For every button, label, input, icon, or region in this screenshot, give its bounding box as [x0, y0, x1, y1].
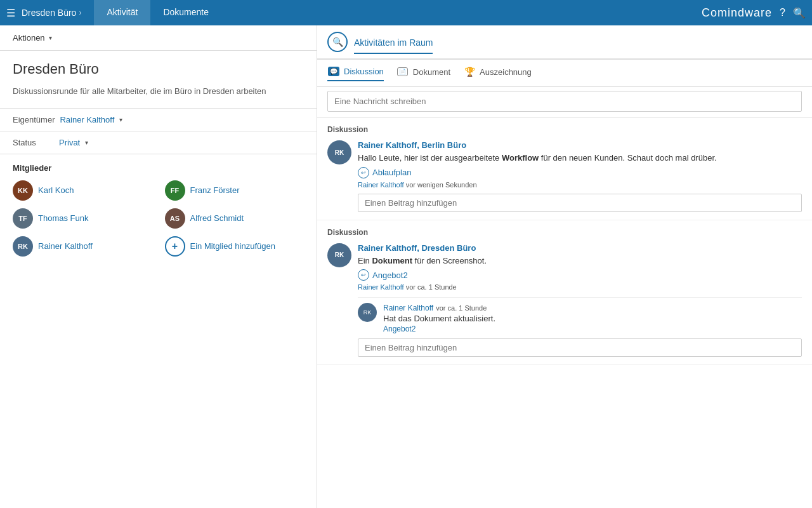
member-avatar: KK	[13, 180, 33, 201]
left-panel: Aktionen ▾ Dresden Büro Diskussionsrunde…	[0, 25, 317, 508]
post-author[interactable]: Rainer Kalthoff, Dresden Büro	[358, 243, 802, 253]
owner-row: Eigentümer Rainer Kalthoff ▾	[0, 109, 317, 131]
member-name: Rainer Kalthoff	[38, 241, 93, 251]
nested-content: Rainer Kalthoffvor ca. 1 StundeHat das D…	[383, 303, 802, 333]
nested-reply: RKRainer Kalthoffvor ca. 1 StundeHat das…	[358, 297, 802, 333]
status-row: Status Privat ▾	[0, 131, 317, 154]
post-text: Ein Dokument für den Screenshot.	[358, 255, 802, 267]
attachment-link[interactable]: Ablaufplan	[372, 168, 411, 177]
hamburger-menu-icon[interactable]: ☰	[6, 7, 15, 19]
tab-document[interactable]: 📄 Dokument	[396, 65, 450, 81]
member-name: Franz Förster	[190, 185, 240, 195]
activity-search-icon: 🔍	[332, 37, 343, 47]
tab-discussion-label: Diskussion	[344, 67, 384, 76]
post-content: Rainer Kalthoff, Berlin BüroHallo Leute,…	[358, 140, 802, 189]
discussion-tab-icon: 💬	[327, 65, 340, 77]
right-panel: 🔍 Aktivitäten im Raum 💬 Diskussion 📄 Dok…	[317, 25, 812, 508]
member-name: Ein Mitglied hinzufügen	[190, 241, 275, 251]
discussion-label: Diskussion	[327, 228, 802, 237]
post-meta: Rainer Kalthoff vor ca. 1 Stunde	[358, 283, 802, 291]
discussion-icon-badge: 💬	[328, 67, 339, 76]
reply-input[interactable]	[358, 338, 802, 357]
discussion-block: DiskussionRKRainer Kalthoff, Berlin Büro…	[317, 117, 812, 220]
member-avatar: +	[165, 236, 185, 257]
member-item[interactable]: TFThomas Funk	[13, 208, 152, 229]
post-text: Hallo Leute, hier ist der ausgearbeitete…	[358, 152, 802, 164]
sub-tabs: 💬 Diskussion 📄 Dokument 🏆 Auszeichnung	[317, 60, 812, 87]
post-item: RKRainer Kalthoff, Berlin BüroHallo Leut…	[327, 140, 802, 189]
post-item: RKRainer Kalthoff, Dresden BüroEin Dokum…	[327, 243, 802, 291]
post-author[interactable]: Rainer Kalthoff, Berlin Büro	[358, 140, 802, 150]
member-avatar: TF	[13, 208, 33, 229]
feed-area: DiskussionRKRainer Kalthoff, Berlin Büro…	[317, 117, 812, 508]
post-meta-author[interactable]: Rainer Kalthoff	[358, 181, 404, 189]
actions-label: Aktionen	[13, 33, 45, 43]
member-name: Alfred Schmidt	[190, 213, 244, 223]
tab-award[interactable]: 🏆 Auszeichnung	[463, 65, 532, 81]
tab-discussion[interactable]: 💬 Diskussion	[327, 65, 384, 81]
search-icon[interactable]: 🔍	[793, 7, 806, 19]
post-attachment: ↩Ablaufplan	[358, 167, 802, 178]
owner-label: Eigentümer	[13, 115, 55, 124]
member-item[interactable]: RKRainer Kalthoff	[13, 236, 152, 257]
nested-author[interactable]: Rainer Kalthoff	[383, 304, 433, 312]
breadcrumb: Dresden Büro ›	[22, 8, 81, 18]
members-title: Mitglieder	[13, 163, 304, 173]
reply-input-wrap	[327, 338, 802, 357]
member-avatar: RK	[13, 236, 33, 257]
attachment-icon: ↩	[358, 167, 369, 178]
actions-dropdown-arrow-icon: ▾	[49, 34, 52, 41]
member-avatar: AS	[165, 208, 185, 229]
main-layout: Aktionen ▾ Dresden Büro Diskussionsrunde…	[0, 25, 812, 508]
status-value[interactable]: Privat	[59, 138, 80, 147]
owner-value[interactable]: Rainer Kalthoff	[60, 115, 114, 124]
member-item[interactable]: FFFranz Förster	[165, 180, 304, 201]
member-item[interactable]: KKKarl Koch	[13, 180, 152, 201]
post-attachment: ↩Angebot2	[358, 269, 802, 281]
post-avatar: RK	[327, 243, 351, 267]
attachment-link[interactable]: Angebot2	[372, 271, 408, 280]
breadcrumb-room-link[interactable]: Dresden Büro	[22, 8, 76, 18]
member-avatar: FF	[165, 180, 185, 201]
owner-dropdown-arrow-icon[interactable]: ▾	[119, 116, 122, 123]
discussion-label: Diskussion	[327, 125, 802, 134]
reply-input-wrap	[327, 194, 802, 212]
post-content: Rainer Kalthoff, Dresden BüroEin Dokumen…	[358, 243, 802, 291]
member-item[interactable]: +Ein Mitglied hinzufügen	[165, 236, 304, 257]
write-message-input[interactable]	[327, 91, 802, 112]
nav-right-icons: Comindware ? 🔍	[702, 6, 806, 20]
status-dropdown-arrow-icon[interactable]: ▾	[85, 139, 88, 146]
document-tab-icon: 📄	[396, 65, 409, 78]
members-section: Mitglieder KKKarl KochFFFranz FörsterTFT…	[0, 154, 317, 265]
tab-award-label: Auszeichnung	[480, 67, 532, 77]
room-title: Dresden Büro	[0, 51, 317, 83]
document-icon-badge: 📄	[397, 67, 408, 76]
member-item[interactable]: ASAlfred Schmidt	[165, 208, 304, 229]
tab-activity[interactable]: Aktivität	[94, 0, 150, 25]
reply-input[interactable]	[358, 194, 802, 212]
award-tab-icon: 🏆	[463, 65, 476, 78]
write-message-area	[317, 87, 812, 117]
activities-title: Aktivitäten im Raum	[354, 37, 433, 54]
help-icon[interactable]: ?	[780, 7, 785, 18]
right-panel-header: 🔍 Aktivitäten im Raum	[317, 25, 812, 60]
tab-documents[interactable]: Dokumente	[150, 0, 221, 25]
discussion-block: DiskussionRKRainer Kalthoff, Dresden Bür…	[317, 220, 812, 366]
status-label: Status	[13, 138, 54, 147]
nested-avatar: RK	[358, 303, 377, 322]
actions-dropdown[interactable]: Aktionen ▾	[0, 25, 317, 51]
top-navigation: ☰ Dresden Büro › Aktivität Dokumente Com…	[0, 0, 812, 25]
post-meta: Rainer Kalthoff vor wenigen Sekunden	[358, 181, 802, 189]
nested-meta: vor ca. 1 Stunde	[436, 304, 487, 312]
breadcrumb-chevron-icon: ›	[79, 8, 81, 17]
member-name: Karl Koch	[38, 185, 74, 195]
activity-search-button[interactable]: 🔍	[327, 32, 348, 52]
nav-tabs: Aktivität Dokumente	[94, 0, 221, 25]
post-avatar: RK	[327, 140, 351, 164]
tab-document-label: Dokument	[413, 67, 450, 77]
nested-attachment-link[interactable]: Angebot2	[383, 324, 802, 333]
post-meta-author[interactable]: Rainer Kalthoff	[358, 283, 404, 291]
brand-logo: Comindware	[702, 6, 772, 20]
member-name: Thomas Funk	[38, 213, 88, 223]
nested-text: Hat das Dokument aktualisiert.	[383, 314, 802, 323]
